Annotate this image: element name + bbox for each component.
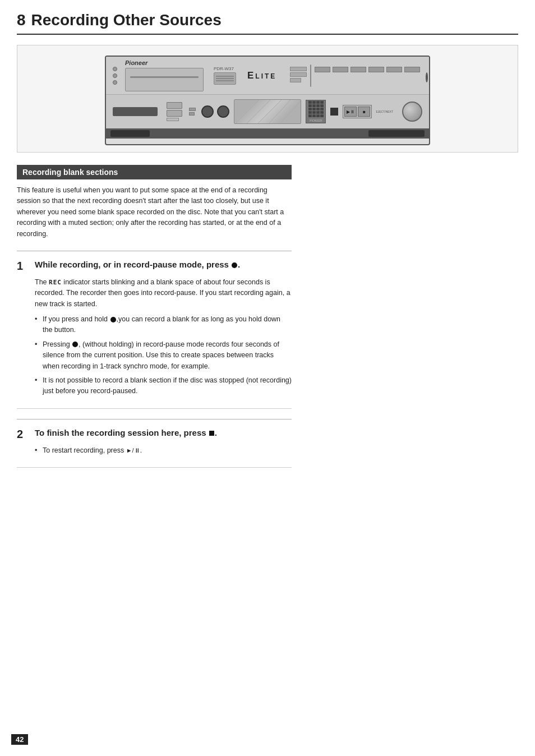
page-container: 8 Recording Other Sources Pioneer (0, 0, 535, 756)
step-1-body: The REC indicator starts blinking and a … (35, 277, 292, 310)
step-1: 1 While recording, or in record-pause mo… (17, 259, 292, 409)
device-top-panel: Pioneer PDR-W37 (106, 57, 429, 95)
device-matrix-display: PIONEER (306, 100, 326, 123)
circle-sym-b2 (72, 342, 78, 347)
brand-label: Pioneer (125, 59, 204, 66)
step-2-bullets: To restart recording, press ►/⏸. (35, 445, 292, 456)
column-right (303, 165, 518, 478)
stop-button-symbol (209, 431, 214, 436)
step-2-title: To finish the recording session here, pr… (35, 427, 217, 439)
indicator-dot-3 (113, 80, 117, 85)
svg-line-3 (268, 100, 290, 123)
device-transport-buttons: ▶⏸ ■ EJECT/NEXT (343, 105, 393, 118)
play-pause-symbol: ►/⏸ (126, 447, 140, 454)
main-content: Recording blank sections This feature is… (17, 165, 518, 478)
svg-line-4 (279, 100, 301, 123)
page-title-bar: 8 Recording Other Sources (17, 11, 518, 35)
indicator-dot-2 (113, 73, 117, 78)
bullet-1-2: Pressing , (without holding) in record-p… (35, 339, 292, 372)
rec-label: REC (49, 279, 62, 286)
column-left: Recording blank sections This feature is… (17, 165, 292, 478)
device-image-area: Pioneer PDR-W37 (17, 45, 518, 153)
elite-label: Elite (247, 70, 276, 81)
svg-line-2 (257, 100, 282, 123)
step-1-number: 1 (17, 259, 29, 273)
page-title-text: Recording Other Sources (31, 11, 222, 29)
step-2-number: 2 (17, 427, 29, 441)
divider-1 (17, 251, 292, 251)
circle-sym-b1 (110, 317, 116, 322)
device-right-display-area (290, 64, 420, 87)
step-1-header: 1 While recording, or in record-pause mo… (17, 259, 292, 273)
device-right-knob (402, 102, 422, 122)
device-display-left (125, 68, 204, 91)
svg-line-1 (246, 100, 270, 123)
rec-button-symbol-1 (232, 262, 237, 268)
device-tape-strip-area (106, 128, 429, 139)
device-cassette-area (234, 99, 301, 124)
device-tape-left (113, 107, 158, 116)
section-header: Recording blank sections (17, 165, 292, 179)
bullet-2-1: To restart recording, press ►/⏸. (35, 445, 292, 456)
step-1-bullets: If you press and hold ,you can record a … (35, 314, 292, 397)
page-number: 42 (11, 734, 28, 745)
indicator-dot-1 (113, 67, 117, 71)
device-circle-btn-play (217, 105, 229, 118)
device-left-indicators (113, 67, 117, 85)
bullet-1-3: It is not possible to record a blank sec… (35, 375, 292, 397)
device-circle-btn-rec (201, 105, 214, 118)
model-label: PDR-W37 (214, 66, 234, 71)
bullet-1-1: If you press and hold ,you can record a … (35, 314, 292, 336)
device-eject-button (426, 72, 428, 82)
section-intro: This feature is useful when you want to … (17, 185, 292, 239)
step-1-title: While recording, or in record-pause mode… (35, 259, 240, 270)
device-stop-btn (330, 108, 338, 116)
svg-line-0 (234, 100, 259, 123)
device-bottom-panel: PIONEER ▶⏸ ■ EJECT/NEXT (106, 95, 429, 128)
step-2-header: 2 To finish the recording session here, … (17, 427, 292, 441)
step-2: 2 To finish the recording session here, … (17, 427, 292, 468)
divider-2 (17, 419, 292, 420)
chapter-number: 8 (17, 11, 26, 29)
device-illustration: Pioneer PDR-W37 (105, 56, 430, 145)
